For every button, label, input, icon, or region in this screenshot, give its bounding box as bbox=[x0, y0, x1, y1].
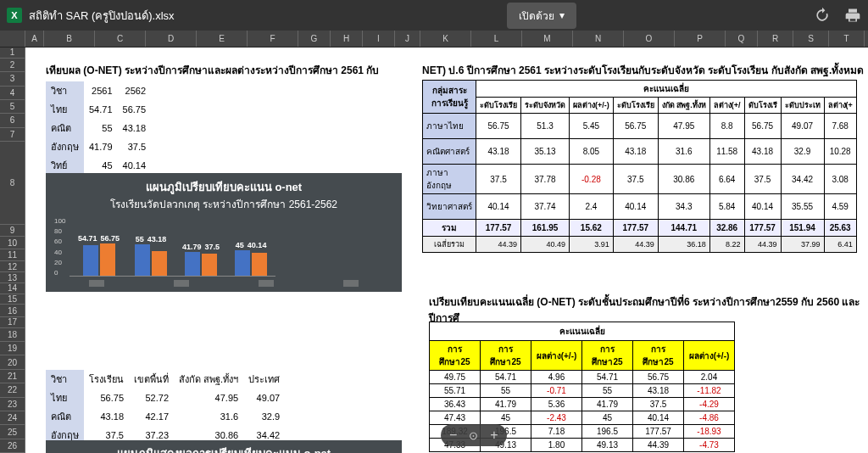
chart-footer-title: แผนภูมิแสดงผลการเปรียบเทียบคะแนน o-net bbox=[46, 440, 402, 453]
row-13[interactable]: 13 bbox=[0, 272, 25, 283]
row-1[interactable]: 1 bbox=[0, 48, 25, 59]
spreadsheet-body[interactable]: เทียบผล (O-NET) ระหว่างปีการศึกษาและผลต่… bbox=[25, 48, 868, 453]
app-header: X สถิติทำ SAR (ครูปิงปอนด์).xlsx เปิดด้ว… bbox=[0, 0, 868, 31]
open-with-label: เปิดด้วย bbox=[519, 8, 554, 24]
col-I[interactable]: I bbox=[363, 31, 395, 47]
row-4[interactable]: 4 bbox=[0, 87, 25, 100]
row-9[interactable]: 9 bbox=[0, 225, 25, 238]
col-F[interactable]: F bbox=[248, 31, 298, 47]
row-7[interactable]: 7 bbox=[0, 128, 25, 142]
row-5[interactable]: 5 bbox=[0, 100, 25, 114]
excel-icon: X bbox=[7, 8, 22, 23]
col-S[interactable]: S bbox=[793, 31, 829, 47]
row-17[interactable]: 17 bbox=[0, 317, 25, 328]
col-K[interactable]: K bbox=[420, 31, 471, 47]
row-10[interactable]: 10 bbox=[0, 237, 25, 249]
col-G[interactable]: G bbox=[298, 31, 331, 47]
col-E[interactable]: E bbox=[197, 31, 248, 47]
col-D[interactable]: D bbox=[146, 31, 197, 47]
row-3[interactable]: 3 bbox=[0, 72, 25, 86]
chart-title: แผนภูมิเปรียบเทียบคะแนน o-net bbox=[54, 178, 393, 196]
table-score-levels: กลุ่มสาระการเรียนรู้คะแนนเฉลี่ยะดับโรงเร… bbox=[422, 80, 857, 253]
chart-subtitle: โรงเรียนวัดปลวกเกตุ ระหว่างปีการศึกษา 25… bbox=[54, 196, 393, 212]
column-header-row: ABCDEFGHIJKLMNOPQRST bbox=[0, 31, 868, 48]
col-Q[interactable]: Q bbox=[726, 31, 758, 47]
caret-down-icon: ▾ bbox=[559, 9, 565, 21]
zoom-reset-icon[interactable]: ⊙ bbox=[469, 429, 478, 442]
row-23[interactable]: 23 bbox=[0, 398, 25, 411]
row-25[interactable]: 25 bbox=[0, 425, 25, 439]
row-18[interactable]: 18 bbox=[0, 328, 25, 342]
sheet-corner[interactable] bbox=[0, 31, 25, 47]
col-L[interactable]: L bbox=[471, 31, 522, 47]
row-15[interactable]: 15 bbox=[0, 294, 25, 305]
file-name: สถิติทำ SAR (ครูปิงปอนด์).xlsx bbox=[29, 7, 507, 25]
col-M[interactable]: M bbox=[522, 31, 573, 47]
print-icon[interactable] bbox=[844, 7, 861, 24]
open-with-button[interactable]: เปิดด้วย ▾ bbox=[507, 3, 576, 29]
col-N[interactable]: N bbox=[573, 31, 624, 47]
row-16[interactable]: 16 bbox=[0, 305, 25, 317]
row-20[interactable]: 20 bbox=[0, 355, 25, 369]
chart-legend bbox=[54, 280, 393, 287]
refresh-icon[interactable] bbox=[814, 7, 831, 24]
row-12[interactable]: 12 bbox=[0, 261, 25, 272]
row-24[interactable]: 24 bbox=[0, 411, 25, 425]
col-R[interactable]: R bbox=[758, 31, 793, 47]
table-year-compare: วิชา25612562 ไทย54.7156.75 คณิต5543.18 อ… bbox=[46, 81, 151, 175]
chart-y-axis: 100806040200 bbox=[54, 217, 70, 277]
row-19[interactable]: 19 bbox=[0, 342, 25, 355]
row-header-column: 1234567891011121314151617181920212223242… bbox=[0, 48, 25, 453]
row-14[interactable]: 14 bbox=[0, 283, 25, 294]
col-T[interactable]: T bbox=[829, 31, 865, 47]
chart-onet: แผนภูมิเปรียบเทียบคะแนน o-net โรงเรียนวั… bbox=[46, 173, 402, 292]
chart-bars: 54.7156.755543.1841.7937.54540.14 bbox=[70, 217, 275, 277]
col-A[interactable]: A bbox=[25, 31, 44, 47]
zoom-control[interactable]: − ⊙ + bbox=[441, 424, 507, 446]
row-8[interactable]: 8 bbox=[0, 142, 25, 225]
col-P[interactable]: P bbox=[675, 31, 726, 47]
row-21[interactable]: 21 bbox=[0, 370, 25, 383]
title-onet-compare: เทียบผล (O-NET) ระหว่างปีการศึกษาและผลต่… bbox=[46, 62, 379, 78]
col-O[interactable]: O bbox=[624, 31, 675, 47]
zoom-out-icon[interactable]: − bbox=[449, 428, 457, 443]
row-22[interactable]: 22 bbox=[0, 383, 25, 397]
row-2[interactable]: 2 bbox=[0, 59, 25, 72]
col-H[interactable]: H bbox=[331, 31, 363, 47]
col-J[interactable]: J bbox=[395, 31, 420, 47]
row-6[interactable]: 6 bbox=[0, 114, 25, 127]
col-B[interactable]: B bbox=[44, 31, 95, 47]
zoom-in-icon[interactable]: + bbox=[490, 428, 498, 443]
col-C[interactable]: C bbox=[95, 31, 146, 47]
row-11[interactable]: 11 bbox=[0, 249, 25, 262]
row-26[interactable]: 26 bbox=[0, 439, 25, 453]
